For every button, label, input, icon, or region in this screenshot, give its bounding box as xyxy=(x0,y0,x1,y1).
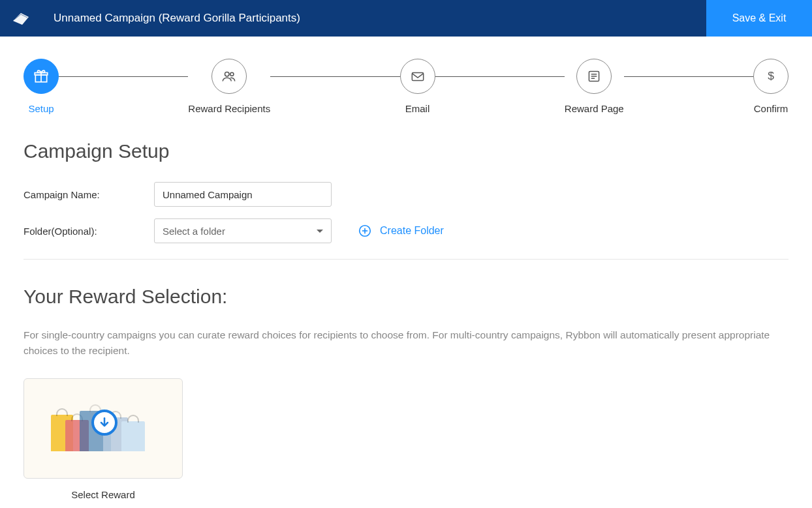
svg-point-4 xyxy=(230,72,234,76)
plus-circle-icon xyxy=(358,224,372,238)
wizard-step-label: Reward Recipients xyxy=(188,103,270,114)
app-header: Unnamed Campaign (Reward Gorilla Partici… xyxy=(0,0,812,37)
campaign-title: Unnamed Campaign (Reward Gorilla Partici… xyxy=(42,0,706,37)
wizard-step-label: Confirm xyxy=(754,103,789,114)
create-folder-button[interactable]: Create Folder xyxy=(358,224,444,238)
wizard-step-confirm[interactable]: $ Confirm xyxy=(753,59,789,114)
wizard-step-reward-page[interactable]: Reward Page xyxy=(565,59,624,114)
main-content: Campaign Setup Campaign Name: Folder(Opt… xyxy=(0,114,812,508)
folder-select-placeholder: Select a folder xyxy=(163,226,225,237)
setup-heading: Campaign Setup xyxy=(23,140,789,162)
select-reward-card[interactable] xyxy=(23,378,183,479)
wizard-step-email[interactable]: Email xyxy=(400,59,435,114)
select-reward-label: Select Reward xyxy=(23,489,183,500)
campaign-name-label: Campaign Name: xyxy=(23,189,154,200)
people-icon xyxy=(221,68,238,85)
svg-rect-5 xyxy=(412,73,423,81)
dollar-icon: $ xyxy=(762,68,779,85)
app-logo[interactable] xyxy=(0,0,42,37)
wizard-connector xyxy=(624,76,753,77)
reward-heading: Your Reward Selection: xyxy=(23,286,789,308)
wizard-step-recipients[interactable]: Reward Recipients xyxy=(188,59,270,114)
campaign-name-row: Campaign Name: xyxy=(23,182,789,207)
mail-icon xyxy=(409,68,426,85)
chevron-down-icon xyxy=(317,230,323,233)
section-divider xyxy=(23,259,789,260)
svg-point-3 xyxy=(225,72,230,77)
wizard-connector xyxy=(59,76,188,77)
save-exit-button[interactable]: Save & Exit xyxy=(706,0,812,37)
folder-label: Folder(Optional): xyxy=(23,226,154,237)
wizard-connector xyxy=(435,76,565,77)
wizard-steps: Setup Reward Recipients Email xyxy=(0,37,812,114)
wizard-step-label: Reward Page xyxy=(565,103,624,114)
wizard-step-label: Setup xyxy=(28,103,54,114)
page-icon xyxy=(586,68,602,85)
gift-icon xyxy=(33,68,50,85)
folder-row: Folder(Optional): Select a folder Create… xyxy=(23,218,789,243)
svg-text:$: $ xyxy=(768,69,774,82)
folder-select[interactable]: Select a folder xyxy=(154,218,332,243)
gift-bags-illustration xyxy=(51,406,155,451)
wizard-step-setup[interactable]: Setup xyxy=(23,59,59,114)
reward-description: For single-country campaigns you can cur… xyxy=(23,327,789,359)
download-circle-icon xyxy=(91,410,117,436)
wizard-connector xyxy=(270,76,399,77)
create-folder-label: Create Folder xyxy=(380,225,444,237)
ribbon-logo-icon xyxy=(10,8,31,29)
campaign-name-input[interactable] xyxy=(154,182,332,207)
wizard-step-label: Email xyxy=(405,103,430,114)
